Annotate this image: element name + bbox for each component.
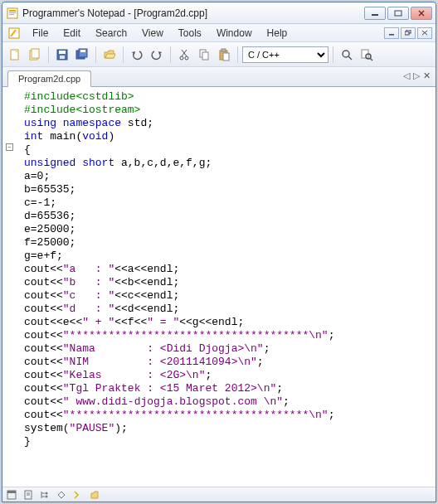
browse-icon[interactable] bbox=[89, 489, 100, 501]
svg-point-23 bbox=[180, 56, 183, 60]
separator bbox=[333, 46, 333, 63]
output-pane-icon[interactable] bbox=[6, 489, 17, 501]
code-area[interactable]: #include<cstdlib> #include<iostream> usi… bbox=[19, 87, 436, 487]
menu-help[interactable]: Help bbox=[260, 26, 294, 41]
separator bbox=[95, 46, 96, 63]
scripts-icon[interactable] bbox=[72, 489, 84, 501]
new-file-button[interactable] bbox=[6, 46, 24, 64]
redo-button[interactable] bbox=[148, 46, 166, 64]
maximize-button[interactable] bbox=[387, 7, 409, 20]
close-button[interactable] bbox=[411, 7, 432, 20]
find-in-files-button[interactable] bbox=[358, 46, 376, 64]
svg-rect-38 bbox=[7, 491, 16, 493]
menubar: File Edit Search View Tools Window Help bbox=[2, 24, 436, 42]
copy-button[interactable] bbox=[195, 46, 213, 64]
svg-rect-31 bbox=[223, 53, 229, 61]
scheme-select[interactable]: C / C++ bbox=[242, 46, 328, 63]
titlebar: Programmer's Notepad - [Program2d.cpp] bbox=[2, 2, 436, 24]
app-icon bbox=[6, 7, 19, 20]
svg-rect-30 bbox=[221, 49, 226, 51]
save-button[interactable] bbox=[53, 46, 71, 64]
menu-file[interactable]: File bbox=[26, 26, 55, 41]
fold-gutter[interactable]: − bbox=[2, 87, 19, 487]
menu-edit[interactable]: Edit bbox=[56, 26, 87, 41]
fold-toggle-icon[interactable]: − bbox=[6, 143, 13, 151]
separator bbox=[48, 46, 49, 63]
text-clips-icon[interactable] bbox=[22, 489, 34, 501]
menu-tools[interactable]: Tools bbox=[172, 26, 208, 41]
mdi-close-button[interactable] bbox=[417, 27, 432, 39]
svg-rect-11 bbox=[405, 32, 409, 35]
svg-rect-28 bbox=[202, 52, 208, 60]
svg-rect-5 bbox=[395, 11, 402, 16]
svg-rect-4 bbox=[372, 14, 378, 16]
svg-rect-3 bbox=[9, 14, 14, 15]
separator bbox=[170, 46, 171, 63]
mdi-minimize-button[interactable] bbox=[384, 27, 399, 39]
editor: − #include<cstdlib> #include<iostream> u… bbox=[2, 87, 436, 487]
ctags-icon[interactable] bbox=[56, 489, 67, 501]
separator bbox=[123, 46, 124, 63]
statusbar bbox=[2, 487, 436, 502]
svg-rect-2 bbox=[9, 12, 16, 13]
tab-next-button[interactable]: ▷ bbox=[413, 70, 420, 81]
menu-view[interactable]: View bbox=[135, 26, 170, 41]
new-project-button[interactable] bbox=[26, 46, 44, 64]
cut-button[interactable] bbox=[175, 46, 193, 64]
paste-button[interactable] bbox=[215, 46, 233, 64]
svg-point-46 bbox=[46, 495, 48, 497]
menu-window[interactable]: Window bbox=[210, 26, 259, 41]
menu-search[interactable]: Search bbox=[89, 26, 134, 41]
svg-point-24 bbox=[185, 56, 188, 60]
svg-rect-16 bbox=[32, 49, 39, 58]
separator bbox=[237, 46, 238, 63]
pn-icon bbox=[7, 27, 21, 40]
tabbar: Program2d.cpp ◁ ▷ ✕ bbox=[2, 67, 436, 87]
open-button[interactable] bbox=[100, 46, 119, 64]
svg-point-45 bbox=[46, 492, 48, 494]
projects-icon[interactable] bbox=[39, 489, 51, 501]
svg-rect-9 bbox=[389, 34, 394, 36]
svg-rect-22 bbox=[80, 50, 85, 52]
svg-rect-1 bbox=[9, 10, 16, 12]
svg-rect-19 bbox=[60, 56, 65, 59]
minimize-button[interactable] bbox=[364, 7, 386, 20]
svg-line-36 bbox=[370, 58, 372, 61]
find-button[interactable] bbox=[338, 46, 356, 64]
toolbar: C / C++ bbox=[2, 42, 436, 67]
svg-rect-18 bbox=[59, 51, 66, 54]
window-title: Programmer's Notepad - [Program2d.cpp] bbox=[22, 7, 364, 19]
svg-line-33 bbox=[348, 56, 352, 60]
mdi-restore-button[interactable] bbox=[401, 27, 416, 39]
tab-active[interactable]: Program2d.cpp bbox=[7, 70, 91, 87]
svg-point-32 bbox=[343, 51, 349, 57]
tab-prev-button[interactable]: ◁ bbox=[403, 70, 410, 81]
app-window: Programmer's Notepad - [Program2d.cpp] F… bbox=[2, 2, 436, 502]
undo-button[interactable] bbox=[128, 46, 146, 64]
save-all-button[interactable] bbox=[73, 46, 91, 64]
tab-close-button[interactable]: ✕ bbox=[423, 70, 431, 81]
